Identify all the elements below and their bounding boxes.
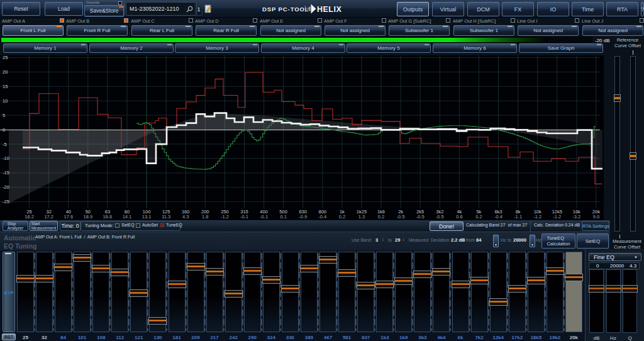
svg-text:5: 5 xyxy=(3,113,5,118)
svg-text:20: 20 xyxy=(3,69,8,75)
svg-text:0: 0 xyxy=(3,127,5,133)
svg-text:0.6: 0.6 xyxy=(456,214,462,220)
svg-text:13.1: 13.1 xyxy=(142,214,152,220)
svg-text:25: 25 xyxy=(3,55,8,60)
svg-text:11.3: 11.3 xyxy=(162,214,170,220)
svg-text:-10: -10 xyxy=(3,155,9,161)
svg-text:-1.2: -1.2 xyxy=(221,214,229,220)
svg-text:-1.1: -1.1 xyxy=(514,214,522,220)
svg-text:-0.4: -0.4 xyxy=(318,214,326,220)
svg-text:0.2: 0.2 xyxy=(378,214,384,220)
svg-text:-0.5: -0.5 xyxy=(416,214,425,220)
svg-text:-1.2: -1.2 xyxy=(553,214,561,220)
svg-text:9.0: 9.0 xyxy=(593,214,599,220)
svg-text:-0.9: -0.9 xyxy=(299,214,307,220)
svg-text:-5: -5 xyxy=(3,142,7,147)
svg-text:0.2: 0.2 xyxy=(475,214,482,220)
svg-text:17.2: 17.2 xyxy=(44,214,53,220)
svg-text:14.1: 14.1 xyxy=(123,214,132,220)
svg-text:1.8: 1.8 xyxy=(202,214,208,220)
svg-text:-25: -25 xyxy=(3,199,9,204)
svg-text:17.6: 17.6 xyxy=(64,214,73,220)
svg-text:-0.5: -0.5 xyxy=(397,214,405,220)
svg-text:4.3: 4.3 xyxy=(182,214,189,220)
svg-text:0.2: 0.2 xyxy=(339,214,345,220)
svg-text:16.6: 16.6 xyxy=(103,214,113,220)
svg-text:0.1: 0.1 xyxy=(280,214,286,220)
svg-text:-0.5: -0.5 xyxy=(436,214,444,220)
svg-text:1.3: 1.3 xyxy=(358,214,365,220)
svg-text:-15: -15 xyxy=(3,170,9,176)
svg-text:18.9: 18.9 xyxy=(83,214,92,220)
svg-text:-3.2: -3.2 xyxy=(572,214,580,220)
svg-text:15: 15 xyxy=(3,84,8,89)
svg-text:-1.2: -1.2 xyxy=(533,214,541,220)
svg-text:10: 10 xyxy=(3,98,8,104)
svg-text:-0.1: -0.1 xyxy=(260,214,268,220)
svg-text:16.2: 16.2 xyxy=(25,214,34,220)
svg-text:-20: -20 xyxy=(3,184,9,190)
svg-text:-0.1: -0.1 xyxy=(240,214,248,220)
svg-text:-0.4: -0.4 xyxy=(494,214,502,220)
